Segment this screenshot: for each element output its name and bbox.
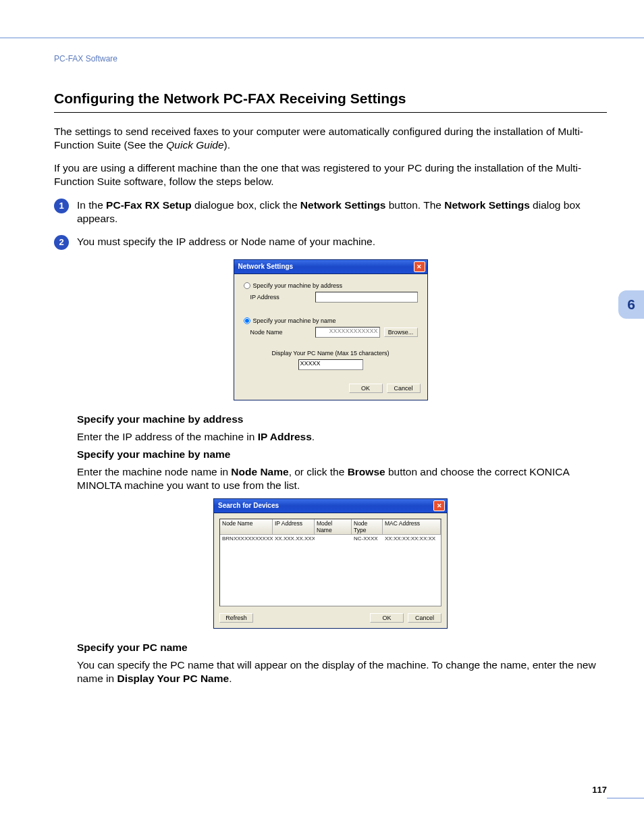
label-node: Node Name bbox=[244, 329, 311, 336]
label-by-address: Specify your machine by address bbox=[253, 282, 343, 289]
section-head-name: Specify your machine by name bbox=[77, 448, 607, 461]
text: The settings to send received faxes to y… bbox=[54, 126, 583, 151]
intro-paragraph-2: If you are using a different machine tha… bbox=[54, 161, 607, 188]
col-node-name[interactable]: Node Name bbox=[220, 519, 273, 534]
search-devices-dialog: Search for Devices ✕ Node Name IP Addres… bbox=[213, 498, 448, 629]
section-head-pcname: Specify your PC name bbox=[77, 641, 607, 654]
radio-by-name[interactable] bbox=[244, 317, 250, 324]
page-title: Configuring the Network PC-FAX Receiving… bbox=[54, 90, 607, 107]
text: ). bbox=[224, 139, 230, 151]
section-head-address: Specify your machine by address bbox=[77, 413, 607, 426]
col-ip-address[interactable]: IP Address bbox=[273, 519, 315, 534]
text: Enter the machine node name in bbox=[77, 466, 231, 477]
refresh-button[interactable]: Refresh bbox=[219, 613, 253, 623]
cancel-button[interactable]: Cancel bbox=[408, 613, 441, 623]
cell: NC-XXXX bbox=[352, 535, 383, 542]
node-name-input[interactable]: XXXXXXXXXXXX bbox=[315, 327, 380, 338]
network-settings-dialog: Network Settings ✕ Specify your machine … bbox=[234, 259, 428, 400]
chapter-tab: 6 bbox=[618, 290, 644, 319]
label-ip: IP Address bbox=[244, 294, 311, 301]
col-model-name[interactable]: Model Name bbox=[315, 519, 352, 534]
radio-by-address[interactable] bbox=[244, 282, 250, 289]
ip-address-input[interactable] bbox=[315, 292, 418, 303]
step-2: 2 You must specify the IP address or Nod… bbox=[54, 235, 607, 250]
text: Enter the IP address of the machine in bbox=[77, 431, 258, 442]
step-number-2: 2 bbox=[54, 235, 69, 250]
text: . bbox=[312, 431, 315, 442]
bold: Network Settings bbox=[300, 199, 386, 211]
breadcrumb: PC-FAX Software bbox=[54, 54, 607, 63]
italic: Quick Guide bbox=[166, 139, 223, 151]
label-by-name: Specify your machine by name bbox=[253, 317, 336, 324]
section-body-address: Enter the IP address of the machine in I… bbox=[77, 430, 607, 444]
step-1-text: In the PC-Fax RX Setup dialogue box, cli… bbox=[77, 199, 607, 226]
text: In the bbox=[77, 199, 106, 211]
bold: Display Your PC Name bbox=[117, 673, 229, 684]
title-rule bbox=[54, 112, 607, 113]
text: , or click the bbox=[289, 466, 348, 477]
cell: XX:XX:XX:XX:XX:XX bbox=[383, 535, 441, 542]
ok-button[interactable]: OK bbox=[370, 613, 404, 623]
bold: Browse bbox=[348, 466, 385, 477]
col-node-type[interactable]: Node Type bbox=[352, 519, 383, 534]
intro-paragraph-1: The settings to send received faxes to y… bbox=[54, 125, 607, 152]
bold: PC-Fax RX Setup bbox=[106, 199, 192, 211]
close-icon[interactable]: ✕ bbox=[414, 261, 425, 272]
dialog-title: Network Settings bbox=[238, 263, 294, 270]
browse-button[interactable]: Browse... bbox=[384, 328, 418, 337]
step-number-1: 1 bbox=[54, 199, 69, 213]
bold: IP Address bbox=[258, 431, 312, 442]
dialog-titlebar: Network Settings ✕ bbox=[234, 260, 427, 274]
footer-rule bbox=[607, 798, 644, 799]
cell: BRNXXXXXXXXXXXX bbox=[220, 535, 273, 542]
cell: XX.XXX.XX.XXX bbox=[273, 535, 315, 542]
pc-name-input[interactable]: XXXXX bbox=[298, 359, 363, 370]
bold: Network Settings bbox=[444, 199, 530, 211]
text: dialogue box, click the bbox=[192, 199, 300, 211]
col-mac-address[interactable]: MAC Address bbox=[383, 519, 441, 534]
section-body-name: Enter the machine node name in Node Name… bbox=[77, 465, 607, 492]
section-body-pcname: You can specify the PC name that will ap… bbox=[77, 658, 607, 685]
text: button. The bbox=[385, 199, 444, 211]
step-1: 1 In the PC-Fax RX Setup dialogue box, c… bbox=[54, 199, 607, 226]
label-pc-name: Display Your PC Name (Max 15 characters) bbox=[244, 350, 418, 357]
device-list[interactable]: Node Name IP Address Model Name Node Typ… bbox=[219, 519, 441, 606]
dialog2-titlebar: Search for Devices ✕ bbox=[214, 499, 447, 513]
cell bbox=[315, 535, 352, 542]
step-2-text: You must specify the IP address or Node … bbox=[77, 235, 607, 250]
close-icon[interactable]: ✕ bbox=[433, 500, 445, 511]
page-number: 117 bbox=[592, 785, 607, 795]
table-row[interactable]: BRNXXXXXXXXXXXX XX.XXX.XX.XXX NC-XXXX XX… bbox=[220, 535, 441, 542]
text: . bbox=[229, 673, 232, 684]
ok-button[interactable]: OK bbox=[349, 384, 383, 393]
dialog2-title: Search for Devices bbox=[218, 502, 279, 509]
header-rule bbox=[0, 37, 644, 38]
cancel-button[interactable]: Cancel bbox=[387, 384, 421, 393]
bold: Node Name bbox=[231, 466, 288, 477]
